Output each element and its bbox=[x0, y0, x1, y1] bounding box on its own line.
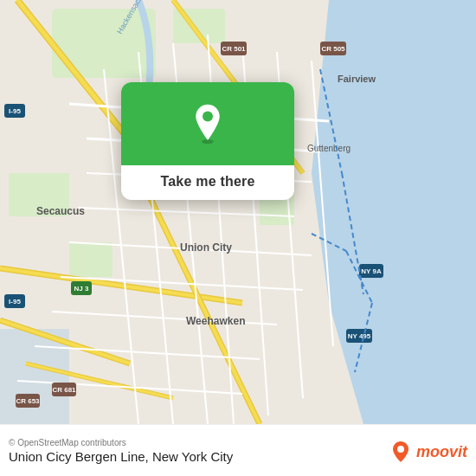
svg-text:NY 495: NY 495 bbox=[348, 332, 371, 340]
route-label: Union Cicy Bergen Line, New York City bbox=[9, 449, 233, 464]
map-container: I-95 I-95 NJ 3 CR 653 CR 681 CR 501 CR 5… bbox=[0, 0, 476, 424]
take-me-there-button[interactable]: Take me there bbox=[160, 174, 254, 190]
moovit-text: moovit bbox=[416, 443, 467, 461]
svg-text:NY 9A: NY 9A bbox=[361, 267, 382, 275]
svg-text:CR 681: CR 681 bbox=[52, 386, 76, 394]
svg-text:Guttenberg: Guttenberg bbox=[307, 144, 351, 153]
svg-point-68 bbox=[397, 446, 404, 453]
svg-rect-3 bbox=[0, 329, 69, 424]
svg-text:I-95: I-95 bbox=[9, 107, 21, 115]
svg-text:Secaucus: Secaucus bbox=[36, 205, 85, 217]
svg-text:NJ 3: NJ 3 bbox=[74, 285, 89, 293]
moovit-icon bbox=[389, 440, 413, 464]
popup-button-area[interactable]: Take me there bbox=[121, 165, 294, 200]
moovit-logo: moovit bbox=[389, 440, 467, 464]
svg-rect-8 bbox=[69, 242, 113, 277]
svg-text:Union City: Union City bbox=[180, 241, 232, 254]
map-background: I-95 I-95 NJ 3 CR 653 CR 681 CR 501 CR 5… bbox=[0, 0, 476, 424]
svg-text:I-95: I-95 bbox=[9, 298, 21, 306]
popup-green-area bbox=[121, 82, 294, 165]
svg-text:CR 505: CR 505 bbox=[321, 45, 345, 53]
popup-card: Take me there bbox=[121, 82, 294, 200]
svg-text:CR 501: CR 501 bbox=[222, 45, 246, 53]
svg-text:Fairview: Fairview bbox=[338, 74, 376, 84]
svg-text:Weehawken: Weehawken bbox=[186, 315, 245, 327]
location-pin-icon bbox=[187, 103, 228, 145]
bottom-bar: © OpenStreetMap contributors Union Cicy … bbox=[0, 424, 476, 476]
svg-text:CR 653: CR 653 bbox=[16, 397, 40, 405]
svg-point-67 bbox=[203, 111, 213, 121]
